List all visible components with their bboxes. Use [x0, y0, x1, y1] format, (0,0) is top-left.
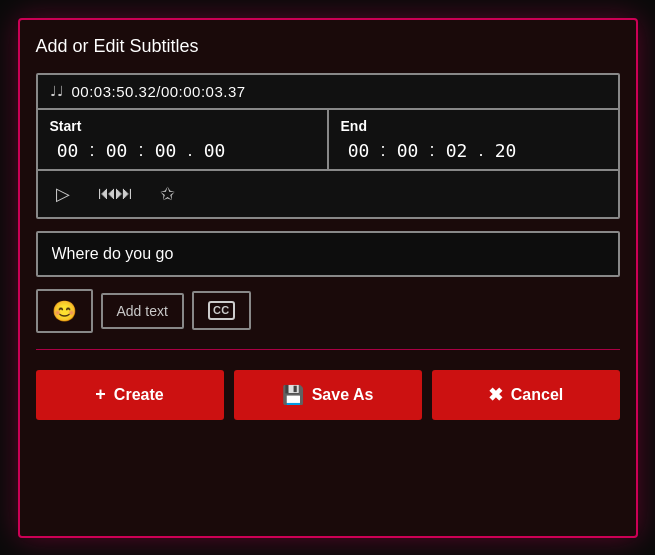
create-icon: +: [95, 384, 106, 405]
end-label: End: [341, 118, 606, 134]
start-section: Start : : .: [38, 110, 329, 169]
save-icon: 💾: [282, 384, 304, 406]
play-icon: ▷: [56, 183, 70, 205]
dialog-title: Add or Edit Subtitles: [36, 36, 620, 57]
start-sep1: :: [90, 140, 95, 161]
cancel-icon: ✖: [488, 384, 503, 406]
start-sep3: .: [188, 140, 193, 161]
music-icon: ♩♩: [50, 83, 64, 99]
create-button[interactable]: + Create: [36, 370, 224, 420]
divider: [36, 349, 620, 350]
cc-icon: CC: [208, 301, 235, 320]
start-minutes-input[interactable]: [99, 140, 135, 161]
play-button[interactable]: ▷: [52, 181, 74, 207]
end-sep1: :: [381, 140, 386, 161]
save-as-button[interactable]: 💾 Save As: [234, 370, 422, 420]
emoji-button[interactable]: 😊: [36, 289, 93, 333]
add-text-button[interactable]: Add text: [101, 293, 184, 329]
start-label: Start: [50, 118, 315, 134]
cancel-button[interactable]: ✖ Cancel: [432, 370, 620, 420]
add-text-label: Add text: [117, 303, 168, 319]
timecode-header: ♩♩ 00:03:50.32/00:00:03.37: [38, 75, 618, 110]
start-seconds-input[interactable]: [148, 140, 184, 161]
action-buttons-row: + Create 💾 Save As ✖ Cancel: [36, 370, 620, 420]
end-minutes-input[interactable]: [390, 140, 426, 161]
star-button[interactable]: ✩: [156, 181, 179, 207]
start-ms-input[interactable]: [197, 140, 233, 161]
tools-row: 😊 Add text CC: [36, 289, 620, 333]
end-hours-input[interactable]: [341, 140, 377, 161]
end-sep3: .: [479, 140, 484, 161]
end-seconds-input[interactable]: [439, 140, 475, 161]
timecode-panel: ♩♩ 00:03:50.32/00:00:03.37 Start : : . E…: [36, 73, 620, 219]
start-end-row: Start : : . End : :: [38, 110, 618, 171]
end-time-input-row: : : .: [341, 140, 606, 161]
cc-button[interactable]: CC: [192, 291, 251, 330]
playback-controls-row: ▷ ⏮⏭ ✩: [38, 171, 618, 217]
end-sep2: :: [430, 140, 435, 161]
emoji-icon: 😊: [52, 299, 77, 323]
end-ms-input[interactable]: [488, 140, 524, 161]
subtitle-text-input[interactable]: [36, 231, 620, 277]
add-edit-subtitles-dialog: Add or Edit Subtitles ♩♩ 00:03:50.32/00:…: [18, 18, 638, 538]
start-time-input-row: : : .: [50, 140, 315, 161]
start-sep2: :: [139, 140, 144, 161]
skip-button[interactable]: ⏮⏭: [94, 181, 136, 206]
skip-icon: ⏮⏭: [98, 183, 132, 204]
save-label: Save As: [312, 386, 374, 404]
create-label: Create: [114, 386, 164, 404]
star-icon: ✩: [160, 183, 175, 205]
total-time-display: 00:03:50.32/00:00:03.37: [72, 83, 246, 100]
cancel-label: Cancel: [511, 386, 563, 404]
end-section: End : : .: [329, 110, 618, 169]
start-hours-input[interactable]: [50, 140, 86, 161]
